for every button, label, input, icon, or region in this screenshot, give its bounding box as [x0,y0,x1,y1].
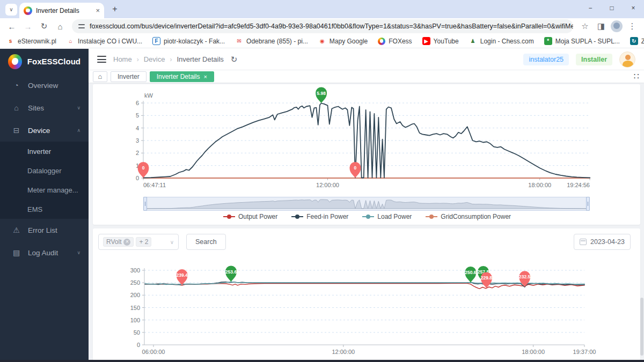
browser-menu-icon[interactable]: ⋮ [625,21,640,31]
user-avatar[interactable] [619,51,635,68]
sidebar-item-error-list[interactable]: ⚠Error List [0,219,89,241]
site-info-icon[interactable] [78,24,85,29]
svg-text:6: 6 [136,100,139,106]
f-letter-icon: F [152,37,160,45]
tag-close-icon[interactable]: × [123,239,130,246]
svg-text:5: 5 [136,112,139,119]
legend-label: GridConsumption Power [441,213,511,220]
breadcrumb-home[interactable]: Home [113,55,132,63]
sidebar: FoxESSCloud ◔Overview⌂Sites∨⊟Device∧Inve… [0,49,89,360]
svg-text:253.6: 253.6 [225,269,237,275]
svg-text:19:24:56: 19:24:56 [567,182,590,188]
side-panel-icon[interactable]: ◨ [594,21,609,31]
minimize-button[interactable]: − [580,0,601,16]
sidebar-item-datalogger[interactable]: Datalogger [0,161,89,180]
bookmark-label: Mapy Google [330,38,368,45]
date-value: 2023-04-23 [590,238,625,246]
sidebar-item-label: Overview [28,82,58,90]
page-tab-inverter-details[interactable]: Inverter Details × [150,71,214,82]
svg-text:12:00:00: 12:00:00 [316,182,339,188]
sidebar-item-device[interactable]: ⊟Device∧ [0,119,89,142]
svg-text:18:00:00: 18:00:00 [522,349,545,355]
page-tab-label: Inverter Details [157,72,200,82]
slider-handle-right[interactable] [586,197,590,211]
tab-search-caret[interactable]: ∨ [5,4,17,16]
reload-button[interactable]: ↻ [36,21,52,31]
breadcrumb-separator: › [137,56,139,63]
browser-tabstrip: ∨ Inverter Details × + − □ × [0,0,644,18]
gauge-icon: ◔ [12,81,21,90]
forward-button[interactable]: → [20,22,35,31]
power-chart-card: 012345606:47:1112:00:0018:00:0019:24:56k… [93,84,640,225]
date-picker[interactable]: 2023-04-23 [574,234,631,250]
legend-marker [291,215,303,219]
power-chart: 012345606:47:1112:00:0018:00:0019:24:56k… [94,85,639,194]
legend-item-output-power[interactable]: Output Power [223,213,277,220]
tab-home-icon[interactable]: ⌂ [93,71,107,82]
url-bar[interactable]: foxesscloud.com/bus/device/inverterDetai… [72,19,573,33]
bookmark-item[interactable]: ◉Mapy Google [318,37,368,45]
sidebar-item-sites[interactable]: ⌂Sites∨ [0,97,89,119]
sidebar-item-ems[interactable]: EMS [0,200,89,219]
google-login-icon: ↻ [630,37,638,45]
bookmark-star-icon[interactable]: ☆ [577,21,592,31]
tab-close-icon[interactable]: × [96,6,100,14]
refresh-icon[interactable]: ↻ [231,55,238,64]
page-tab-close-icon[interactable]: × [203,72,207,82]
back-button[interactable]: ← [4,22,19,31]
sidebar-item-overview[interactable]: ◔Overview [0,74,89,97]
bookmark-item[interactable]: Fpiotr-kolaczyk - Fak... [152,37,225,45]
legend-item-gridconsumption-power[interactable]: GridConsumption Power [426,213,511,220]
browser-tab[interactable]: Inverter Details × [19,3,104,18]
role-badge[interactable]: Installer [576,54,612,65]
youtube-icon: ▶ [422,37,430,45]
bookmark-item[interactable]: ♟Login - Chess.com [469,37,534,45]
new-tab-button[interactable]: + [107,2,122,17]
house-icon: ⌂ [67,37,75,45]
voltage-chart-card: RVolt×+ 2 ∨ Search 2023-04-23 0501001502… [93,228,640,360]
chevron-down-icon: ∨ [77,105,80,110]
svg-text:0: 0 [354,165,357,171]
slider-handle-left[interactable] [143,197,147,211]
maximize-button[interactable]: □ [601,0,623,16]
page-scrollbar[interactable] [640,49,644,360]
sidebar-item-log-audit[interactable]: ▤Log Audit∨ [0,241,89,264]
bookmark-label: Instalacje CO i CWU... [78,38,142,45]
search-button[interactable]: Search [186,234,226,250]
sidebar-item-label: Meter manage... [27,186,78,194]
browser-home-button[interactable]: ⌂ [53,22,68,31]
svg-text:3: 3 [136,137,139,144]
bookmark-label: piotr-kolaczyk - Fak... [164,38,225,45]
chevron-down-icon: ∨ [170,239,174,245]
sidebar-item-inverter[interactable]: Inverter [0,142,89,161]
svg-text:06:47:11: 06:47:11 [143,182,166,188]
bookmark-label: Login - Chess.com [480,38,534,45]
variable-select[interactable]: RVolt×+ 2 ∨ [98,234,179,250]
brand-name: FoxESSCloud [27,57,80,66]
page-tab-inverter[interactable]: Inverter [111,71,147,82]
bookmark-item[interactable]: ✉Odebrane (855) - pi... [235,37,308,45]
bookmark-item[interactable]: *Moja SUPLA - SUPL... [544,37,620,45]
collapse-sidebar-icon[interactable] [97,56,106,63]
close-button[interactable]: × [623,0,644,16]
breadcrumb-device[interactable]: Device [144,55,165,63]
data-zoom-slider[interactable] [143,197,590,211]
sidebar-item-meter-manage[interactable]: Meter manage... [0,180,89,200]
layout-grid-icon[interactable]: ∷ [634,71,640,82]
user-badge[interactable]: instalator25 [523,54,569,65]
foxess-favicon [24,6,32,15]
svg-text:200: 200 [130,292,140,298]
bookmark-item[interactable]: ⌂Instalacje CO i CWU... [67,37,142,45]
legend-item-feed-in-power[interactable]: Feed-in Power [291,213,348,220]
bookmark-item[interactable]: ↻Zaloguj się do GOo... [630,37,644,45]
sidebar-item-label: Error List [28,226,57,234]
legend-item-load-power[interactable]: Load Power [362,213,412,220]
taskbar-edge [0,360,644,362]
chart-legend: Output PowerFeed-in PowerLoad PowerGridC… [94,211,640,223]
browser-profile-avatar[interactable] [611,20,623,32]
bookmark-item[interactable]: ▶YouTube [422,37,459,45]
bookmark-item[interactable]: FOXess [378,38,412,45]
svg-text:18:00:00: 18:00:00 [528,182,551,188]
scrollbar-thumb[interactable] [640,298,643,356]
bookmark-item[interactable]: seSterownik.pl [6,37,56,45]
